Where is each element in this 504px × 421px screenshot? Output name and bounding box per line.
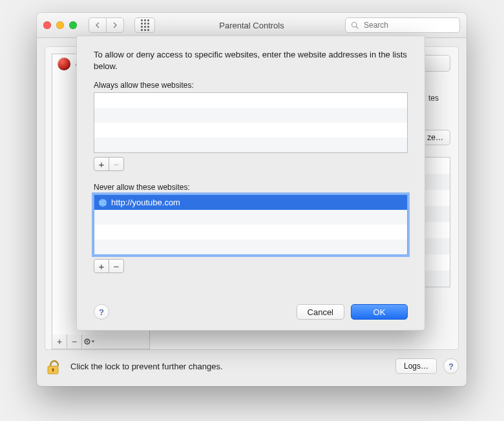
list-item[interactable] xyxy=(94,93,407,108)
allow-list-label: Always allow these websites: xyxy=(94,81,408,90)
add-user-button[interactable]: + xyxy=(52,334,67,349)
list-item[interactable] xyxy=(94,240,407,254)
close-window-icon[interactable] xyxy=(43,21,51,29)
right-label-truncated: tes xyxy=(428,94,439,103)
svg-point-6 xyxy=(99,198,107,206)
list-item[interactable] xyxy=(94,123,407,138)
bottom-bar: Click the lock to prevent further change… xyxy=(45,353,459,380)
deny-remove-button[interactable]: − xyxy=(109,260,123,272)
zoom-window-icon[interactable] xyxy=(69,21,77,29)
lock-button[interactable] xyxy=(45,356,64,376)
deny-item-url: http://youtube.com xyxy=(111,198,180,207)
logs-button[interactable]: Logs… xyxy=(395,358,437,374)
svg-rect-5 xyxy=(52,369,54,372)
question-icon: ? xyxy=(99,307,104,317)
forward-button[interactable] xyxy=(106,17,124,33)
help-button[interactable]: ? xyxy=(443,358,459,374)
deny-list[interactable]: http://youtube.com xyxy=(94,194,408,255)
user-actions-menu[interactable] xyxy=(82,334,96,349)
minimize-window-icon[interactable] xyxy=(56,21,64,29)
unlocked-lock-icon xyxy=(45,356,64,376)
question-icon: ? xyxy=(448,362,454,371)
list-item[interactable]: http://youtube.com xyxy=(94,195,407,210)
cancel-button[interactable]: Cancel xyxy=(297,304,344,320)
allow-remove-button[interactable]: − xyxy=(109,158,123,170)
show-all-button[interactable] xyxy=(134,17,155,33)
lock-hint-text: Click the lock to prevent further change… xyxy=(70,362,223,371)
avatar-icon xyxy=(58,57,70,70)
titlebar: Parental Controls xyxy=(37,13,467,38)
sheet-actions: ? Cancel OK xyxy=(94,304,408,320)
remove-user-button[interactable]: − xyxy=(67,334,82,349)
ok-button[interactable]: OK xyxy=(351,304,408,320)
deny-list-controls: + − xyxy=(94,259,124,273)
user-list-footer: + − xyxy=(52,334,150,349)
search-icon xyxy=(351,21,359,29)
svg-line-1 xyxy=(356,26,358,28)
grid-icon xyxy=(141,19,149,31)
allow-list[interactable] xyxy=(94,92,408,153)
globe-icon xyxy=(98,198,107,207)
svg-point-2 xyxy=(87,341,88,342)
deny-add-button[interactable]: + xyxy=(94,260,109,272)
deny-list-label: Never allow these websites: xyxy=(94,183,408,192)
gear-dropdown-icon xyxy=(83,337,95,346)
back-forward-group xyxy=(89,17,124,33)
window-controls xyxy=(43,21,77,29)
sheet-description: To allow or deny access to specific webs… xyxy=(94,49,408,72)
svg-point-0 xyxy=(352,23,357,28)
search-field[interactable] xyxy=(345,17,460,33)
list-item[interactable] xyxy=(94,210,407,225)
allow-list-controls: + − xyxy=(94,157,124,171)
list-item[interactable] xyxy=(94,138,407,152)
website-access-sheet: To allow or deny access to specific webs… xyxy=(76,36,425,331)
list-item[interactable] xyxy=(94,108,407,123)
search-input[interactable] xyxy=(362,20,462,30)
sheet-help-button[interactable]: ? xyxy=(94,304,109,320)
list-item[interactable] xyxy=(94,225,407,240)
allow-add-button[interactable]: + xyxy=(94,158,109,170)
back-button[interactable] xyxy=(89,17,106,33)
